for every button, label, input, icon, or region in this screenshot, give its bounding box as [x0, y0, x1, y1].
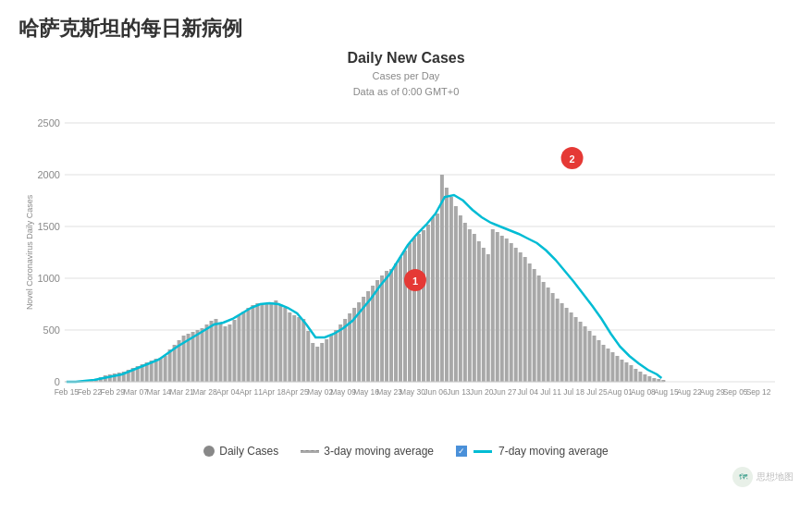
svg-text:May 23: May 23 [376, 387, 402, 397]
svg-rect-110 [514, 248, 518, 382]
svg-text:Jul 18: Jul 18 [563, 387, 584, 397]
svg-rect-86 [403, 251, 407, 382]
svg-rect-52 [246, 308, 250, 382]
svg-text:Aug 22: Aug 22 [677, 387, 702, 397]
svg-rect-95 [445, 188, 449, 382]
svg-rect-124 [579, 322, 583, 382]
legend-daily-cases-icon [203, 446, 215, 457]
svg-text:2000: 2000 [38, 169, 60, 180]
watermark-text: 思想地图 [757, 471, 794, 483]
svg-text:Aug 08: Aug 08 [631, 387, 656, 397]
svg-rect-51 [241, 312, 245, 382]
legend-3day-icon [301, 450, 319, 453]
svg-rect-70 [329, 335, 333, 382]
chart-svg: Novel Coronavirus Daily Cases 2500 2000 … [18, 104, 794, 437]
svg-rect-34 [164, 356, 167, 382]
svg-rect-128 [597, 340, 601, 382]
svg-text:Aug 01: Aug 01 [608, 387, 633, 397]
svg-rect-113 [528, 263, 532, 382]
svg-rect-92 [431, 217, 435, 382]
svg-rect-106 [496, 232, 499, 382]
svg-rect-83 [389, 269, 393, 382]
svg-rect-67 [315, 347, 319, 382]
svg-rect-41 [196, 330, 200, 382]
svg-rect-120 [560, 303, 564, 382]
legend-daily-cases: Daily Cases [203, 445, 278, 458]
svg-rect-132 [615, 356, 619, 382]
svg-text:Novel Coronavirus Daily Cases: Novel Coronavirus Daily Cases [25, 194, 34, 310]
svg-text:Jun 27: Jun 27 [493, 387, 517, 397]
svg-rect-105 [491, 229, 495, 382]
svg-rect-134 [624, 362, 628, 382]
svg-rect-61 [288, 312, 291, 382]
svg-rect-82 [385, 271, 388, 382]
svg-rect-107 [500, 236, 504, 382]
svg-rect-97 [454, 206, 458, 382]
legend-daily-cases-label: Daily Cases [219, 445, 278, 458]
svg-rect-54 [255, 303, 259, 382]
svg-rect-90 [422, 230, 425, 382]
svg-rect-79 [371, 286, 375, 382]
svg-rect-101 [473, 234, 476, 382]
svg-rect-135 [629, 365, 633, 382]
svg-rect-59 [278, 304, 282, 382]
svg-text:2500: 2500 [38, 117, 60, 128]
svg-rect-63 [297, 317, 301, 382]
svg-rect-46 [218, 323, 222, 382]
svg-rect-40 [191, 332, 195, 382]
svg-rect-35 [168, 349, 172, 382]
svg-rect-125 [584, 326, 587, 382]
svg-text:May 16: May 16 [353, 387, 379, 397]
svg-rect-43 [205, 324, 209, 382]
svg-rect-108 [505, 239, 509, 382]
chart-svg-area: Novel Coronavirus Daily Cases 2500 2000 … [18, 104, 794, 437]
legend-7day-checkbox[interactable]: ✓ [456, 446, 467, 457]
svg-rect-69 [325, 339, 328, 382]
svg-text:Apr 04: Apr 04 [216, 387, 240, 397]
svg-rect-55 [260, 304, 264, 382]
svg-rect-87 [408, 243, 412, 382]
svg-text:Jun 06: Jun 06 [424, 387, 448, 397]
svg-rect-56 [265, 304, 268, 382]
svg-rect-53 [251, 305, 254, 382]
svg-text:Apr 18: Apr 18 [263, 387, 286, 397]
svg-rect-137 [638, 372, 642, 382]
svg-rect-85 [399, 257, 402, 382]
svg-text:Apr 11: Apr 11 [240, 387, 263, 397]
page-title: 哈萨克斯坦的每日新病例 [18, 15, 794, 43]
svg-rect-109 [510, 243, 513, 382]
svg-rect-88 [412, 238, 416, 382]
legend-3day-label: 3-day moving average [324, 445, 434, 458]
legend-7day-line-icon [474, 450, 492, 453]
svg-text:1000: 1000 [38, 273, 60, 284]
svg-rect-71 [334, 330, 338, 382]
svg-text:Aug 15: Aug 15 [654, 387, 679, 397]
svg-rect-62 [292, 315, 296, 382]
svg-rect-104 [486, 254, 490, 382]
svg-rect-57 [269, 302, 273, 382]
svg-text:Mar 07: Mar 07 [124, 387, 149, 397]
svg-rect-129 [601, 345, 605, 382]
svg-rect-116 [542, 282, 546, 382]
svg-rect-112 [523, 257, 527, 382]
svg-rect-98 [459, 215, 462, 382]
svg-text:Jun 20: Jun 20 [470, 387, 494, 397]
chart-legend: Daily Cases 3-day moving average ✓ 7-day… [18, 445, 794, 458]
svg-rect-100 [468, 229, 472, 382]
chart-subtitle: Cases per Day Data as of 0:00 GMT+0 [18, 68, 794, 99]
svg-rect-84 [394, 263, 398, 382]
svg-text:2: 2 [570, 153, 575, 165]
svg-rect-103 [482, 248, 486, 382]
svg-rect-89 [417, 234, 421, 382]
svg-rect-72 [338, 324, 342, 382]
svg-rect-114 [533, 269, 536, 382]
watermark: 🗺 思想地图 [732, 467, 794, 487]
svg-text:Jul 11: Jul 11 [540, 387, 561, 397]
svg-text:Mar 14: Mar 14 [146, 387, 171, 397]
svg-text:May 09: May 09 [330, 387, 356, 397]
svg-text:Mar 21: Mar 21 [169, 387, 194, 397]
svg-rect-65 [306, 331, 310, 382]
legend-7day[interactable]: ✓ 7-day moving average [456, 445, 609, 458]
svg-rect-140 [652, 378, 656, 382]
svg-text:Jul 04: Jul 04 [517, 387, 538, 397]
